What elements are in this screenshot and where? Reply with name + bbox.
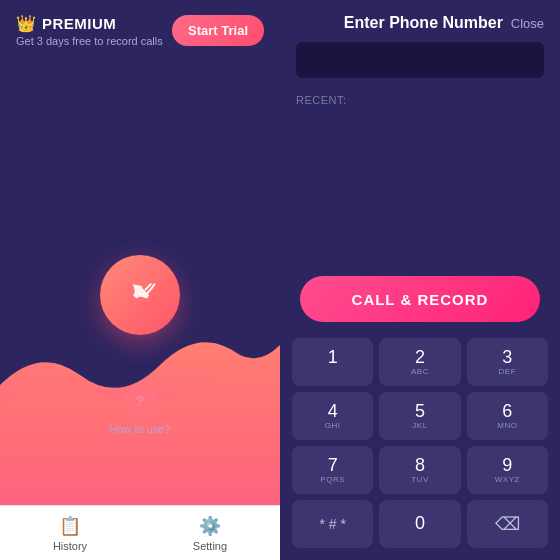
dial-letters-4: GHI [325, 421, 341, 430]
how-to-circle: ? [124, 385, 156, 417]
premium-info: 👑 PREMIUM Get 3 days free to record call… [16, 14, 163, 47]
premium-label: PREMIUM [42, 15, 116, 32]
close-button[interactable]: Close [511, 16, 544, 31]
how-to-mark: ? [136, 393, 145, 409]
dial-key-8[interactable]: 8 TUV [379, 446, 460, 494]
call-record-button[interactable]: CALL & RECORD [300, 276, 540, 322]
dial-letters-9: WXYZ [495, 475, 520, 484]
phone-icon [122, 277, 158, 313]
phone-circle [100, 255, 180, 335]
dial-pad: 1 2 ABC 3 DEF 4 GHI 5 JKL 6 MNO 7 PQRS 8 [280, 338, 560, 560]
setting-icon: ⚙️ [199, 515, 221, 537]
history-label: History [53, 540, 87, 552]
dial-key-7[interactable]: 7 PQRS [292, 446, 373, 494]
delete-icon: ⌫ [495, 513, 520, 535]
dial-num-9: 9 [502, 456, 512, 476]
phone-input-bar[interactable] [296, 42, 544, 78]
dial-key-delete[interactable]: ⌫ [467, 500, 548, 548]
dial-key-6[interactable]: 6 MNO [467, 392, 548, 440]
dial-num-4: 4 [328, 402, 338, 422]
dial-num-3: 3 [502, 348, 512, 368]
enter-phone-title: Enter Phone Number [336, 14, 511, 32]
dial-letters-5: JKL [412, 421, 427, 430]
dial-letters-3: DEF [499, 367, 517, 376]
dial-num-2: 2 [415, 348, 425, 368]
dial-key-2[interactable]: 2 ABC [379, 338, 460, 386]
dial-special-sym: * # * [319, 516, 345, 532]
crown-icon: 👑 [16, 14, 36, 33]
dial-letters-2: ABC [411, 367, 429, 376]
start-trial-button[interactable]: Start Trial [172, 15, 264, 46]
dial-letters-6: MNO [497, 421, 517, 430]
dial-key-1[interactable]: 1 [292, 338, 373, 386]
history-icon: 📋 [59, 515, 81, 537]
left-panel: 👑 PREMIUM Get 3 days free to record call… [0, 0, 280, 560]
dial-letters-7: PQRS [320, 475, 345, 484]
how-to-label: How to use? [109, 423, 170, 435]
right-panel: Enter Phone Number Close RECENT: CALL & … [280, 0, 560, 560]
left-bottom-nav: 📋 History ⚙️ Setting [0, 505, 280, 560]
premium-subtitle: Get 3 days free to record calls [16, 35, 163, 47]
dial-num-0: 0 [415, 514, 425, 534]
dial-key-3[interactable]: 3 DEF [467, 338, 548, 386]
dial-num-8: 8 [415, 456, 425, 476]
left-header: 👑 PREMIUM Get 3 days free to record call… [0, 0, 280, 55]
left-main: ? How to use? [0, 55, 280, 505]
nav-item-setting[interactable]: ⚙️ Setting [193, 515, 227, 552]
nav-item-history[interactable]: 📋 History [53, 515, 87, 552]
dial-key-star-hash[interactable]: * # * [292, 500, 373, 548]
dial-num-5: 5 [415, 402, 425, 422]
setting-label: Setting [193, 540, 227, 552]
premium-title: 👑 PREMIUM [16, 14, 163, 33]
dial-letters-8: TUV [411, 475, 429, 484]
right-spacer [280, 110, 560, 276]
dial-num-6: 6 [502, 402, 512, 422]
right-header: Enter Phone Number Close [280, 0, 560, 42]
dial-num-1: 1 [328, 348, 338, 368]
dial-letters-1 [331, 367, 334, 376]
dial-key-5[interactable]: 5 JKL [379, 392, 460, 440]
dial-num-7: 7 [328, 456, 338, 476]
dial-key-4[interactable]: 4 GHI [292, 392, 373, 440]
dial-key-9[interactable]: 9 WXYZ [467, 446, 548, 494]
dial-key-0[interactable]: 0 [379, 500, 460, 548]
how-to-section[interactable]: ? How to use? [109, 385, 170, 435]
recent-label: RECENT: [280, 86, 560, 110]
